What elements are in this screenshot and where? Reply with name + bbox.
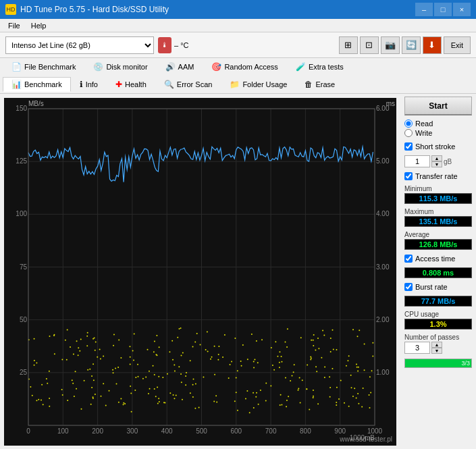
start-button[interactable]: Start [404, 97, 472, 115]
short-stroke-unit: gB [444, 158, 452, 165]
tabs-container: 📄File Benchmark 💿Disk monitor 🔊AAM 🎯Rand… [0, 58, 476, 94]
short-stroke-spin-down[interactable]: ▼ [431, 161, 442, 167]
tab-folder-usage-label: Folder Usage [242, 80, 287, 88]
minimum-value: 115.3 MB/s [404, 193, 472, 204]
right-panel: Start Read Write Short stroke ▲ ▼ gB [400, 94, 476, 449]
extra-tests-icon: 🧪 [296, 62, 306, 72]
passes-spinbox-buttons: ▲ ▼ [431, 342, 442, 354]
tab-health-label: Health [125, 80, 147, 88]
tab-extra-tests[interactable]: 🧪Extra tests [287, 59, 352, 74]
passes-input[interactable] [404, 342, 430, 354]
tab-aam[interactable]: 🔊AAM [157, 59, 203, 74]
tab-benchmark[interactable]: 📊Benchmark [3, 77, 71, 92]
read-write-group: Read Write [404, 120, 472, 137]
toolbar-icons: ⊞ ⊡ 📷 🔄 ⬇ Exit [339, 36, 471, 54]
temp-value: – °C [174, 41, 189, 49]
write-radio[interactable] [404, 129, 413, 137]
short-stroke-label: Short stroke [415, 142, 455, 151]
short-stroke-checkbox[interactable] [404, 142, 413, 151]
app-icon: HD [5, 4, 16, 15]
main-area: www.ssd-tester.pl Start Read Write Short… [0, 94, 476, 449]
access-time-checkbox-row[interactable]: Access time [404, 255, 472, 263]
tab-extra-tests-label: Extra tests [309, 63, 344, 71]
burst-rate-checkbox[interactable] [404, 283, 413, 291]
short-stroke-value-row: ▲ ▼ gB [404, 155, 472, 167]
menu-help[interactable]: Help [26, 20, 52, 31]
minimum-label: Minimum [404, 185, 472, 192]
short-stroke-spinbox-buttons: ▲ ▼ [431, 155, 442, 167]
tab-erase-label: Erase [315, 80, 335, 88]
temp-icon: 🌡 [158, 37, 171, 53]
tabs-top-row: 📄File Benchmark 💿Disk monitor 🔊AAM 🎯Rand… [0, 58, 476, 76]
access-time-stat: 0.808 ms [404, 267, 472, 278]
tab-erase[interactable]: 🗑Erase [296, 77, 344, 92]
short-stroke-checkbox-row[interactable]: Short stroke [404, 142, 472, 151]
write-label: Write [415, 129, 432, 137]
transfer-rate-label: Transfer rate [415, 172, 458, 180]
tab-info-label: Info [86, 80, 98, 88]
tab-random-access-label: Random Access [224, 63, 277, 71]
tab-health[interactable]: ✚Health [107, 77, 155, 92]
read-radio-label[interactable]: Read [404, 120, 472, 128]
burst-rate-checkbox-label: Burst rate [415, 283, 448, 291]
maximum-label: Maximum [404, 208, 472, 215]
average-value: 126.8 MB/s [404, 239, 472, 250]
exit-button[interactable]: Exit [444, 36, 471, 54]
random-access-icon: 🎯 [211, 62, 221, 72]
folder-usage-icon: 📁 [230, 80, 240, 89]
toolbar-btn-2[interactable]: ⊡ [360, 36, 379, 54]
tab-aam-label: AAM [178, 63, 194, 71]
transfer-rate-checkbox[interactable] [404, 172, 413, 180]
health-icon: ✚ [115, 80, 122, 89]
app-title: HD Tune Pro 5.75 - Hard Disk/SSD Utility [20, 5, 169, 14]
short-stroke-spin-up[interactable]: ▲ [431, 155, 442, 161]
tabs-bottom-row: 📊Benchmark ℹInfo ✚Health 🔍Error Scan 📁Fo… [0, 76, 476, 93]
read-radio[interactable] [404, 120, 413, 128]
erase-icon: 🗑 [305, 80, 313, 89]
minimize-button[interactable]: – [415, 3, 433, 16]
benchmark-icon: 📊 [11, 80, 22, 89]
chart-area: www.ssd-tester.pl [4, 98, 396, 446]
close-button[interactable]: × [453, 3, 471, 16]
burst-rate-checkbox-row[interactable]: Burst rate [404, 283, 472, 291]
passes-spin-down[interactable]: ▼ [431, 348, 442, 354]
tab-file-benchmark[interactable]: 📄File Benchmark [3, 59, 84, 74]
aam-icon: 🔊 [165, 62, 176, 72]
transfer-rate-checkbox-row[interactable]: Transfer rate [404, 172, 472, 180]
short-stroke-spinbox[interactable] [404, 155, 430, 167]
toolbar-btn-1[interactable]: ⊞ [339, 36, 358, 54]
file-benchmark-icon: 📄 [11, 62, 22, 72]
maximize-button[interactable]: □ [434, 3, 452, 16]
menu-bar: File Help [0, 19, 476, 32]
tab-disk-monitor-label: Disk monitor [106, 63, 147, 71]
average-stat: Average 126.8 MB/s [404, 231, 472, 250]
write-radio-label[interactable]: Write [404, 129, 472, 137]
progress-bar-container: 3/3 [404, 359, 472, 368]
tab-error-scan[interactable]: 🔍Error Scan [155, 77, 221, 92]
error-scan-icon: 🔍 [164, 80, 174, 89]
toolbar-btn-4[interactable]: 🔄 [402, 36, 421, 54]
passes-stat: Number of passes ▲ ▼ [404, 334, 472, 354]
maximum-stat: Maximum 135.1 MB/s [404, 208, 472, 227]
tab-info[interactable]: ℹInfo [71, 77, 107, 92]
access-time-value: 0.808 ms [404, 267, 472, 278]
burst-rate-value: 77.7 MB/s [404, 296, 472, 307]
menu-file[interactable]: File [3, 20, 26, 31]
toolbar-btn-3[interactable]: 📷 [381, 36, 400, 54]
tab-folder-usage[interactable]: 📁Folder Usage [221, 77, 296, 92]
tab-file-benchmark-label: File Benchmark [24, 63, 76, 71]
access-time-checkbox[interactable] [404, 255, 413, 263]
info-icon: ℹ [80, 80, 83, 89]
title-bar: HD HD Tune Pro 5.75 - Hard Disk/SSD Util… [0, 0, 476, 19]
benchmark-chart [4, 98, 396, 446]
tab-disk-monitor[interactable]: 💿Disk monitor [84, 59, 156, 74]
read-label: Read [415, 120, 433, 128]
passes-spin-up[interactable]: ▲ [431, 342, 442, 348]
cpu-usage-value: 1.3% [404, 319, 472, 329]
toolbar-btn-5[interactable]: ⬇ [423, 36, 442, 54]
passes-label: Number of passes [404, 334, 472, 341]
minimum-stat: Minimum 115.3 MB/s [404, 185, 472, 204]
passes-input-row: ▲ ▼ [404, 342, 472, 354]
drive-selector[interactable]: Intenso Jet Line (62 gB) [5, 36, 154, 54]
tab-random-access[interactable]: 🎯Random Access [203, 59, 286, 74]
